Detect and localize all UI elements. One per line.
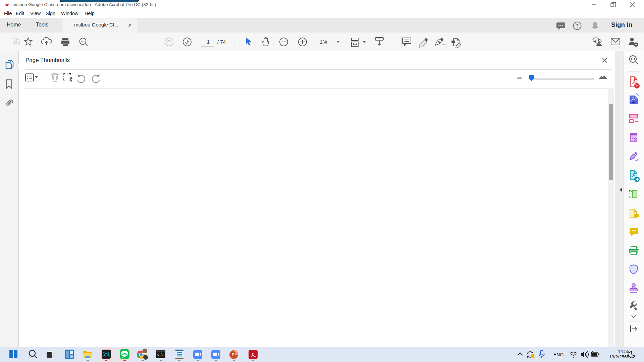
svg-text:P: P: [231, 353, 234, 357]
svg-text:ENG: ENG: [553, 352, 564, 357]
svg-text:19/2/2565: 19/2/2565: [609, 354, 629, 359]
svg-text:14:55: 14:55: [618, 349, 629, 354]
svg-text:1: 1: [207, 39, 210, 45]
svg-text:LINE: LINE: [122, 352, 127, 355]
svg-text:C:\_: C:\_: [157, 353, 165, 357]
svg-text:?: ?: [576, 23, 579, 28]
svg-text:1%: 1%: [320, 39, 327, 45]
svg-text:/ 74: / 74: [217, 39, 226, 45]
